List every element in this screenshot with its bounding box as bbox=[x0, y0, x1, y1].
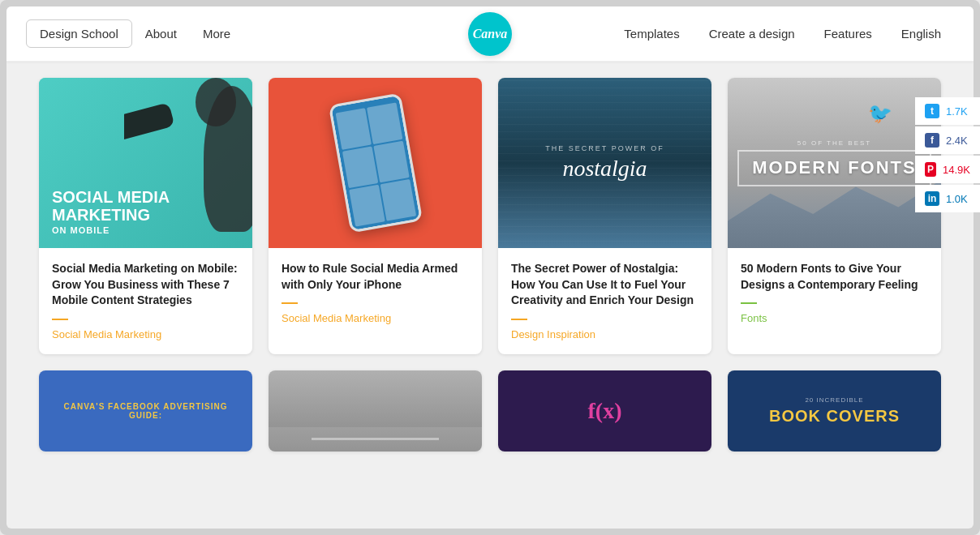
linkedin-count: 1.0K bbox=[946, 193, 968, 205]
card-fonts-body: 50 Modern Fonts to Give Your Designs a C… bbox=[728, 248, 941, 338]
linkedin-icon: in bbox=[925, 191, 939, 206]
twitter-count: 1.7K bbox=[946, 105, 968, 118]
browser-content: Design School About More Canva Templates… bbox=[6, 6, 974, 529]
nav-about[interactable]: About bbox=[132, 20, 190, 47]
header-right: Templates Create a design Features Engli… bbox=[611, 20, 954, 47]
nav-create[interactable]: Create a design bbox=[696, 20, 808, 47]
phone-tile-6 bbox=[380, 179, 415, 221]
fonts-box: MODERN FONTS bbox=[737, 150, 931, 186]
book-covers-big: BOOK COVERS bbox=[769, 407, 900, 425]
card-social-media-image: SOCIAL MEDIA MARKETING ON MOBILE bbox=[39, 78, 252, 248]
card-road[interactable] bbox=[269, 370, 482, 452]
phone-tile-5 bbox=[349, 185, 385, 227]
facebook-ad-image: CANVA'S FACEBOOK ADVERTISING GUIDE: bbox=[39, 370, 252, 452]
social-sidebar: t 1.7K f 2.4K P 14.9K in 1.0K bbox=[915, 97, 974, 212]
card-design-fx[interactable]: f(x) bbox=[498, 370, 711, 452]
nostalgia-big-text: nostalgia bbox=[562, 156, 647, 182]
pinterest-share[interactable]: P 14.9K bbox=[915, 156, 974, 183]
design-fx-icon: f(x) bbox=[588, 398, 622, 424]
phone-tile-1 bbox=[335, 108, 371, 150]
canva-logo[interactable]: Canva bbox=[468, 12, 512, 56]
card-fonts: 🐦 50 OF THE BEST MODERN FONTS 50 Modern … bbox=[728, 78, 941, 354]
facebook-icon: f bbox=[925, 133, 939, 148]
browser-wrapper: Design School About More Canva Templates… bbox=[0, 0, 980, 535]
twitter-share[interactable]: t 1.7K bbox=[915, 97, 974, 125]
main-content: SOCIAL MEDIA MARKETING ON MOBILE Social … bbox=[19, 62, 961, 468]
facebook-count: 2.4K bbox=[946, 135, 968, 147]
road-image bbox=[269, 370, 482, 452]
card-nostalgia: THE SECRET POWER OF nostalgia The Secret… bbox=[498, 78, 711, 354]
nav-features[interactable]: Features bbox=[811, 20, 885, 47]
card-social-title: Social Media Marketing on Mobile: Grow Y… bbox=[52, 261, 239, 309]
card-nostalgia-body: The Secret Power of Nostalgia: How You C… bbox=[498, 248, 711, 354]
mountain-bg bbox=[728, 180, 941, 248]
twitter-icon: t bbox=[925, 104, 939, 118]
design-fx-image: f(x) bbox=[498, 370, 711, 452]
book-covers-image: 20 INCREDIBLE BOOK COVERS bbox=[728, 370, 941, 452]
fonts-small-text: 50 OF THE BEST bbox=[797, 139, 871, 147]
card-facebook-ad[interactable]: CANVA'S FACEBOOK ADVERTISING GUIDE: bbox=[39, 370, 252, 452]
nostalgia-small-text: THE SECRET POWER OF bbox=[545, 144, 664, 152]
phone-tile-3 bbox=[342, 146, 377, 188]
card-nostalgia-category[interactable]: Design Inspiration bbox=[511, 328, 595, 340]
linkedin-share[interactable]: in 1.0K bbox=[915, 185, 974, 212]
card-nostalgia-image: THE SECRET POWER OF nostalgia bbox=[498, 78, 711, 248]
nav-more[interactable]: More bbox=[190, 20, 243, 47]
header-left: Design School About More bbox=[26, 19, 243, 48]
card-social-title-overlay: SOCIAL MEDIA MARKETING ON MOBILE bbox=[39, 175, 183, 248]
card-iphone-body: How to Rule Social Media Armed with Only… bbox=[269, 248, 482, 338]
card-divider-2 bbox=[282, 302, 298, 304]
nav-design-school[interactable]: Design School bbox=[26, 19, 132, 48]
card-divider-1 bbox=[52, 319, 68, 320]
card-iphone-title: How to Rule Social Media Armed with Only… bbox=[282, 261, 469, 293]
nav-english[interactable]: English bbox=[888, 20, 954, 47]
book-covers-small: 20 INCREDIBLE bbox=[805, 396, 863, 404]
card-nostalgia-title: The Secret Power of Nostalgia: How You C… bbox=[511, 261, 698, 309]
card-social-body: Social Media Marketing on Mobile: Grow Y… bbox=[39, 248, 252, 354]
facebook-ad-text: CANVA'S FACEBOOK ADVERTISING GUIDE: bbox=[49, 402, 243, 420]
card-book-covers[interactable]: 20 INCREDIBLE BOOK COVERS bbox=[728, 370, 941, 452]
card-fonts-image: 🐦 50 OF THE BEST MODERN FONTS bbox=[728, 78, 941, 248]
cards-grid-top: SOCIAL MEDIA MARKETING ON MOBILE Social … bbox=[39, 78, 941, 354]
phone-tile-2 bbox=[367, 102, 402, 144]
logo-text: Canva bbox=[473, 27, 508, 41]
card-social-subtitle: ON MOBILE bbox=[52, 225, 170, 235]
card-iphone-category[interactable]: Social Media Marketing bbox=[282, 312, 391, 324]
cards-grid-bottom: CANVA'S FACEBOOK ADVERTISING GUIDE: f(x) bbox=[39, 370, 941, 452]
fonts-big-text: MODERN FONTS bbox=[752, 158, 916, 178]
card-fonts-category[interactable]: Fonts bbox=[741, 312, 767, 324]
header: Design School About More Canva Templates… bbox=[6, 6, 974, 62]
card-iphone-image bbox=[269, 78, 482, 248]
pinterest-count: 14.9K bbox=[943, 164, 970, 176]
phone-mockup bbox=[328, 92, 422, 233]
card-divider-4 bbox=[741, 302, 757, 304]
facebook-share[interactable]: f 2.4K bbox=[915, 126, 974, 154]
card-divider-3 bbox=[511, 319, 527, 320]
pinterest-icon: P bbox=[925, 162, 936, 177]
card-fonts-title: 50 Modern Fonts to Give Your Designs a C… bbox=[741, 261, 928, 293]
phone-screen bbox=[331, 96, 419, 230]
card-social-category[interactable]: Social Media Marketing bbox=[52, 328, 161, 340]
card-iphone: How to Rule Social Media Armed with Only… bbox=[269, 78, 482, 354]
logo-wrap: Canva bbox=[468, 12, 512, 56]
bird-icon: 🐦 bbox=[868, 102, 892, 125]
nav-templates[interactable]: Templates bbox=[611, 20, 692, 47]
phone-tile-4 bbox=[373, 141, 409, 183]
card-social-media: SOCIAL MEDIA MARKETING ON MOBILE Social … bbox=[39, 78, 252, 354]
